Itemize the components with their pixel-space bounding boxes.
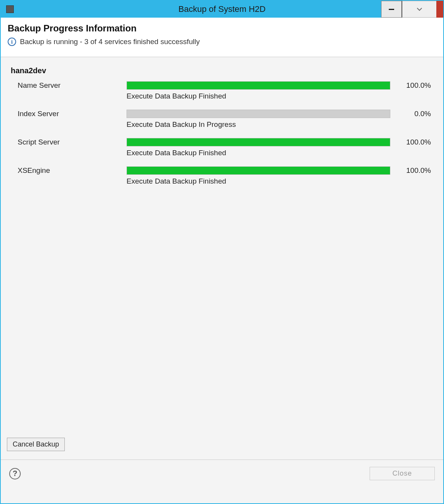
service-status: Execute Data Backup In Progress: [127, 120, 390, 129]
service-percent: 100.0%: [396, 81, 434, 90]
service-row: Name Server Execute Data Backup Finished…: [18, 81, 434, 100]
titlebar: Backup of System H2D: [1, 1, 443, 18]
service-progress-wrap: Execute Data Backup Finished: [127, 81, 390, 100]
host-name: hana2dev: [11, 66, 437, 75]
minimize-button[interactable]: [381, 1, 402, 18]
service-name: XSEngine: [18, 166, 121, 175]
service-progress-wrap: Execute Data Backup Finished: [127, 166, 390, 186]
service-percent: 100.0%: [396, 138, 434, 146]
progress-bar: [127, 138, 390, 146]
service-progress-wrap: Execute Data Backup Finished: [127, 138, 390, 157]
service-percent: 100.0%: [396, 166, 434, 175]
service-status: Execute Data Backup Finished: [127, 92, 390, 100]
close-button[interactable]: Close: [370, 467, 435, 480]
header: Backup Progress Information i Backup is …: [1, 18, 443, 57]
window-title: Backup of System H2D: [1, 4, 443, 14]
chevron-down-icon: [416, 7, 423, 11]
status-text: Backup is running - 3 of 4 services fini…: [20, 38, 200, 46]
progress-fill: [127, 138, 390, 146]
service-name: Name Server: [18, 81, 121, 90]
progress-fill: [127, 82, 390, 89]
service-row: XSEngine Execute Data Backup Finished 10…: [18, 166, 434, 186]
window-controls: [381, 1, 443, 18]
service-row: Index Server Execute Data Backup In Prog…: [18, 110, 434, 129]
footer: ? Close: [1, 460, 443, 503]
dialog-window: Backup of System H2D Backup Progress Inf…: [0, 0, 444, 504]
spacer: [7, 186, 437, 438]
cancel-row: Cancel Backup: [7, 438, 437, 455]
info-icon: i: [8, 38, 16, 46]
service-status: Execute Data Backup Finished: [127, 149, 390, 157]
app-icon: [6, 5, 14, 13]
close-window-button[interactable]: [436, 1, 443, 18]
progress-bar: [127, 81, 390, 90]
service-row: Script Server Execute Data Backup Finish…: [18, 138, 434, 157]
status-line: i Backup is running - 3 of 4 services fi…: [8, 38, 436, 53]
service-rows: Name Server Execute Data Backup Finished…: [7, 79, 437, 186]
progress-bar: [127, 110, 390, 118]
minimize-icon: [389, 9, 394, 10]
service-name: Script Server: [18, 138, 121, 146]
service-percent: 0.0%: [396, 110, 434, 118]
progress-bar: [127, 166, 390, 175]
body: hana2dev Name Server Execute Data Backup…: [1, 57, 443, 460]
service-progress-wrap: Execute Data Backup In Progress: [127, 110, 390, 129]
progress-fill: [127, 167, 390, 174]
service-status: Execute Data Backup Finished: [127, 177, 390, 186]
service-name: Index Server: [18, 110, 121, 118]
dropdown-button[interactable]: [402, 1, 436, 18]
help-icon[interactable]: ?: [9, 468, 21, 479]
page-title: Backup Progress Information: [8, 23, 436, 34]
cancel-backup-button[interactable]: Cancel Backup: [7, 438, 65, 451]
